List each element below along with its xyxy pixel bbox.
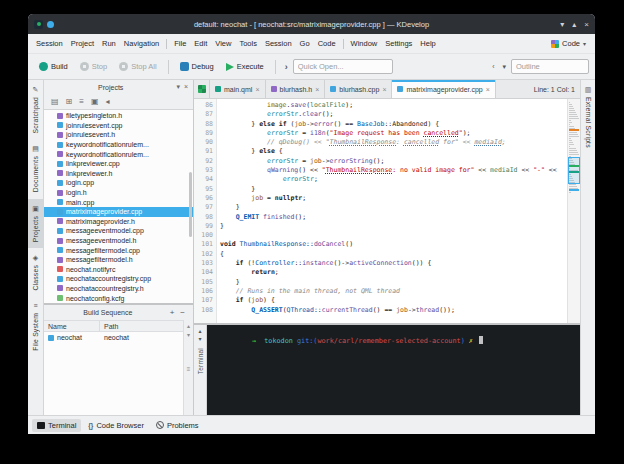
code-line[interactable]: } (220, 185, 567, 194)
editor-tab-blurhash-h[interactable]: blurhash.h× (266, 80, 326, 98)
menu-help[interactable]: Help (416, 39, 439, 48)
menu-tools[interactable]: Tools (235, 39, 261, 48)
close-panel-icon[interactable]: × (184, 83, 188, 91)
float-panel-icon[interactable]: ▾ (176, 83, 180, 91)
code-line[interactable]: { (220, 250, 567, 259)
close-icon[interactable]: × (486, 86, 490, 93)
tree-item[interactable]: neochatconfig.kcfg (44, 293, 193, 303)
area-switcher-button[interactable]: Code▾ (546, 39, 591, 48)
tree-item[interactable]: joinrulesevent.h (44, 130, 193, 140)
menu-view[interactable]: View (211, 39, 235, 48)
tree-item[interactable]: main.cpp (44, 197, 193, 207)
document-switcher-button[interactable] (194, 80, 210, 98)
tree-item[interactable]: messageeventmodel.h (44, 236, 193, 246)
menu-window[interactable]: Window (347, 39, 382, 48)
menu-session[interactable]: Session (261, 39, 296, 48)
tree-item[interactable]: joinrulesevent.cpp (44, 121, 193, 131)
menu-session[interactable]: Session (32, 39, 67, 48)
code-line[interactable] (220, 231, 567, 240)
chevron-down-icon[interactable]: ▾ (499, 63, 509, 71)
maximize-button[interactable]: ▴ (572, 20, 576, 29)
tree-item[interactable]: linkpreviewer.cpp (44, 159, 193, 169)
terminal-down-icon[interactable]: ▾ (198, 335, 201, 342)
code-line[interactable]: Q_ASSERT(QThread::currentThread() == job… (220, 306, 567, 315)
menu-run[interactable]: Run (98, 39, 120, 48)
code-line[interactable]: } (220, 278, 567, 287)
tree-item[interactable]: filetypesingleton.h (44, 111, 193, 121)
tree-item[interactable]: neochat.notifyrc (44, 265, 193, 275)
code-line[interactable]: qWarning() << "ThumbnailResponse: no val… (220, 166, 567, 175)
menu-settings[interactable]: Settings (381, 39, 416, 48)
code-line[interactable]: } else { (220, 147, 567, 156)
sidebar-tab-scratchpad[interactable]: ✎Scratchpad (28, 80, 43, 139)
tree-item[interactable]: keywordnotificationrulem... (44, 140, 193, 150)
menu-edit[interactable]: Edit (190, 39, 211, 48)
code-area[interactable]: image.save(localFile); errorStr.clear();… (217, 99, 567, 323)
tree-scrollbar[interactable] (189, 172, 192, 238)
code-line[interactable]: errorStr; (220, 175, 567, 184)
sidebar-tab-documents[interactable]: ▤Documents (28, 139, 43, 198)
tree-item[interactable]: login.cpp (44, 178, 193, 188)
code-line[interactable]: return; (220, 268, 567, 277)
code-line[interactable]: } (220, 203, 567, 212)
code-line[interactable]: // Runs in the main thread, not QML thre… (220, 287, 567, 296)
minimap[interactable] (567, 99, 580, 323)
menu-navigation[interactable]: Navigation (120, 39, 163, 48)
tree-item[interactable]: neochataccountregistry.cpp (44, 274, 193, 284)
close-icon[interactable]: × (255, 86, 259, 93)
menu-project[interactable]: Project (67, 39, 98, 48)
tree-item[interactable]: neochataccountregistry.h (44, 284, 193, 294)
sidebar-tab-classes[interactable]: ◈Classes (28, 248, 43, 297)
code-line[interactable]: if (job) { (220, 296, 567, 305)
scroll-down-icon[interactable]: ▾ (187, 331, 190, 338)
terminal-strip-label[interactable]: Terminal (197, 348, 204, 374)
build-sequence-scrollbar[interactable]: ▴▾≡ (183, 320, 193, 415)
scroll-up-icon[interactable]: ▴ (187, 322, 190, 329)
editor-tab-main-qml[interactable]: main.qml× (210, 80, 266, 98)
editor-tab-blurhash-cpp[interactable]: blurhash.cpp× (325, 80, 392, 98)
tree-item[interactable]: matriximageprovider.cpp (44, 207, 193, 217)
tree-item[interactable]: matriximageprovider.h (44, 217, 193, 227)
tree-item[interactable]: login.h (44, 188, 193, 198)
terminal-up-icon[interactable]: ▴ (198, 327, 201, 334)
add-button[interactable]: + (167, 308, 178, 317)
tree-item[interactable]: messagefiltermodel.cpp (44, 245, 193, 255)
projects-folder-icon[interactable]: ▣ (91, 97, 99, 106)
minimize-button[interactable]: ▾ (560, 20, 564, 29)
code-line[interactable]: Q_EMIT finished(); (220, 213, 567, 222)
code-line[interactable]: } (220, 222, 567, 231)
tree-item[interactable]: messagefiltermodel.h (44, 255, 193, 265)
debug-button[interactable]: Debug (175, 59, 219, 74)
projects-target-icon[interactable]: ◂ (106, 97, 110, 106)
menu-file[interactable]: File (170, 39, 190, 48)
terminal-output[interactable]: → tokodon git:(work/carl/remember-select… (207, 325, 580, 415)
close-icon[interactable]: × (315, 86, 319, 93)
statusbar-item-problems[interactable]: Problems (151, 419, 204, 432)
projects-settings-icon[interactable]: ≡ (79, 97, 84, 106)
code-line[interactable]: if (!Controller::instance()->activeConne… (220, 259, 567, 268)
remove-button[interactable]: − (177, 308, 188, 317)
code-line[interactable]: job = nullptr; (220, 194, 567, 203)
code-line[interactable]: // qDebug() << "ThumbnailResponse: cance… (220, 138, 567, 147)
outline-input[interactable] (511, 59, 589, 74)
menu-go[interactable]: Go (296, 39, 314, 48)
code-line[interactable]: void ThumbnailResponse::doCancel() (220, 240, 567, 249)
sidebar-tab-projects[interactable]: ▣Projects (28, 199, 43, 248)
statusbar-item-terminal[interactable]: Terminal (32, 419, 81, 432)
tree-item[interactable]: messageeventmodel.cpp (44, 226, 193, 236)
code-line[interactable]: errorStr.clear(); (220, 110, 567, 119)
titlebar[interactable]: default: neochat - [ neochat:src/matrixi… (28, 14, 595, 34)
tree-item[interactable]: linkpreviewer.h (44, 169, 193, 179)
projects-list-icon[interactable]: ▤ (51, 97, 59, 106)
close-button[interactable]: × (584, 20, 589, 29)
close-icon[interactable]: × (382, 86, 386, 93)
code-line[interactable]: errorStr = job->errorString(); (220, 157, 567, 166)
projects-add-icon[interactable]: ⊞ (66, 97, 73, 106)
quick-open-input[interactable] (293, 59, 393, 74)
statusbar-item-code-browser[interactable]: {}Code Browser (83, 419, 149, 432)
code-line[interactable]: } else if (job->error() == BaseJob::Aban… (220, 120, 567, 129)
table-row[interactable]: neochatneochat (44, 332, 183, 343)
menu-icon[interactable]: ≡ (187, 366, 191, 372)
sidebar-tab-file-system[interactable]: ≡File System (28, 296, 43, 357)
sidebar-tab-external-scripts[interactable]: ▥External Scripts (581, 80, 595, 154)
